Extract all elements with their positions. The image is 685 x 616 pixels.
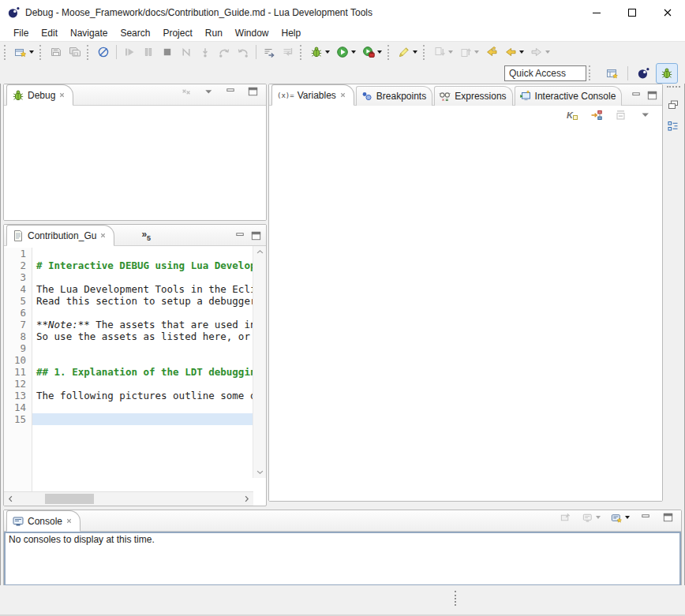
toolbar-drag-handle[interactable] xyxy=(87,45,91,60)
dropdown-arrow-icon[interactable] xyxy=(519,50,524,54)
toolbar-drag-handle[interactable] xyxy=(589,65,593,80)
line-number[interactable]: 5 xyxy=(4,295,32,307)
open-console-button[interactable] xyxy=(608,510,632,528)
run-button[interactable] xyxy=(334,42,358,62)
tab-variables[interactable]: (x)=Variables xyxy=(271,84,354,106)
scroll-right-icon[interactable] xyxy=(242,495,251,503)
line-number[interactable]: 11 xyxy=(4,366,32,378)
menu-help[interactable]: Help xyxy=(275,26,308,40)
restore-views-button[interactable] xyxy=(664,97,682,113)
quick-access-input[interactable]: Quick Access xyxy=(504,65,586,81)
line-number[interactable]: 6 xyxy=(4,307,32,319)
skip-all-breakpoints-button[interactable] xyxy=(95,42,112,62)
editor-line-text[interactable] xyxy=(32,271,253,283)
editor-line[interactable]: 12 xyxy=(4,378,253,390)
close-window-button[interactable] xyxy=(649,0,685,24)
outline-view-button[interactable] xyxy=(664,118,682,134)
view-menu-button[interactable] xyxy=(200,84,217,102)
toolbar-drag-handle[interactable] xyxy=(423,45,427,60)
editor-line[interactable]: 5Read this section to setup a debugger xyxy=(4,295,253,307)
sash-drag-handle[interactable] xyxy=(455,591,456,606)
editor-line[interactable]: 7**Note:** The assets that are used in xyxy=(4,319,253,330)
minimize-window-button[interactable] xyxy=(578,0,614,24)
editor-line-text[interactable] xyxy=(32,342,253,354)
editor-line-text[interactable]: **Note:** The assets that are used in xyxy=(32,319,253,330)
tab-debug[interactable]: Debug xyxy=(6,84,73,106)
line-number[interactable]: 2 xyxy=(4,259,32,271)
editor-line-text[interactable] xyxy=(32,354,253,366)
dropdown-arrow-icon[interactable] xyxy=(413,50,417,54)
minimize-view-button[interactable] xyxy=(234,230,246,242)
editor-line[interactable]: 13The following pictures outline some o xyxy=(4,390,253,401)
editor-line-text[interactable]: The following pictures outline some o xyxy=(32,390,253,401)
editor-text-area[interactable]: 12# Interactive DEBUG using Lua Develop3… xyxy=(4,246,253,491)
editor-line[interactable]: 10 xyxy=(4,354,253,366)
close-tab-icon[interactable] xyxy=(66,517,73,525)
editor-vertical-scrollbar[interactable] xyxy=(253,246,266,478)
maximize-view-button[interactable] xyxy=(250,230,262,242)
close-tab-icon[interactable] xyxy=(99,232,107,239)
toolbar-drag-handle[interactable] xyxy=(4,45,8,60)
line-number[interactable]: 7 xyxy=(4,319,32,330)
editor-line-text[interactable]: Read this section to setup a debugger xyxy=(32,295,253,307)
editor-line[interactable]: 14 xyxy=(4,401,253,413)
show-logical-structures-button[interactable] xyxy=(588,105,605,125)
line-number[interactable]: 15 xyxy=(4,413,32,425)
external-tools-button[interactable] xyxy=(360,42,384,62)
open-perspective-button[interactable] xyxy=(601,63,623,84)
editor-line-text[interactable]: # Interactive DEBUG using Lua Develop xyxy=(32,259,253,271)
use-step-filters-button[interactable] xyxy=(260,42,278,62)
last-edit-location-button[interactable] xyxy=(483,42,500,62)
menu-file[interactable]: File xyxy=(7,26,35,40)
editor-line[interactable]: 8So use the assets as listed here, or y xyxy=(4,330,253,342)
tab-console[interactable]: Console xyxy=(6,510,80,532)
debug-perspective-button[interactable] xyxy=(656,63,678,84)
menu-navigate[interactable]: Navigate xyxy=(64,26,114,40)
scroll-up-icon[interactable] xyxy=(256,248,264,256)
dropdown-arrow-icon[interactable] xyxy=(377,50,382,54)
editor-line-text[interactable] xyxy=(32,307,253,319)
editor-line[interactable]: 1 xyxy=(4,248,253,259)
tab-contribution-guide[interactable]: Contribution_Gu xyxy=(6,225,114,246)
dropdown-arrow-icon[interactable] xyxy=(325,50,330,54)
editor-line[interactable]: 4The Lua Development Tools in the Ecli xyxy=(4,283,253,295)
menu-window[interactable]: Window xyxy=(229,26,275,40)
line-number[interactable]: 10 xyxy=(4,354,32,366)
scroll-down-icon[interactable] xyxy=(256,468,264,476)
tab-breakpoints[interactable]: Breakpoints xyxy=(356,86,432,106)
toolbar-drag-handle[interactable] xyxy=(387,45,391,60)
menu-run[interactable]: Run xyxy=(199,26,229,40)
dropdown-arrow-icon[interactable] xyxy=(29,50,34,54)
editor-line-text[interactable] xyxy=(32,401,253,413)
editor-empty-area[interactable] xyxy=(4,425,253,491)
maximize-view-button[interactable] xyxy=(646,90,658,102)
dropdown-arrow-icon[interactable] xyxy=(625,516,630,519)
menu-edit[interactable]: Edit xyxy=(35,26,64,40)
editor-line-text[interactable]: ## 1. Explanation of the LDT debuggin xyxy=(32,366,253,378)
editor-line-text[interactable]: The Lua Development Tools in the Ecli xyxy=(32,283,253,295)
close-tab-icon[interactable] xyxy=(58,91,66,99)
lua-perspective-button[interactable] xyxy=(632,63,654,84)
close-tab-icon[interactable] xyxy=(339,91,346,99)
toolbar-drag-handle[interactable] xyxy=(300,45,304,60)
view-menu-button[interactable] xyxy=(637,105,654,125)
editor-line[interactable]: 3 xyxy=(4,271,253,283)
tab-expressions[interactable]: Expressions xyxy=(434,86,512,106)
line-number[interactable]: 4 xyxy=(4,283,32,295)
menu-project[interactable]: Project xyxy=(156,26,198,40)
editor-line-text[interactable]: So use the assets as listed here, or y xyxy=(32,330,253,342)
editor-line[interactable]: 6 xyxy=(4,307,253,319)
editor-body[interactable]: 12# Interactive DEBUG using Lua Develop3… xyxy=(4,246,266,506)
editor-line[interactable]: 2# Interactive DEBUG using Lua Develop xyxy=(4,259,253,271)
maximize-button[interactable] xyxy=(660,510,676,528)
hidden-editors-chevron[interactable]: »5 xyxy=(141,229,151,245)
minimize-button[interactable] xyxy=(638,510,654,528)
editor-line[interactable]: 11## 1. Explanation of the LDT debuggin xyxy=(4,366,253,378)
tab-interactive-console[interactable]: Interactive Console xyxy=(515,86,623,106)
scrollbar-thumb[interactable] xyxy=(45,494,94,504)
line-number[interactable]: 12 xyxy=(4,378,32,390)
viewbar-drag-handle[interactable] xyxy=(667,86,680,89)
line-number[interactable]: 14 xyxy=(4,401,32,413)
maximize-window-button[interactable] xyxy=(614,0,649,24)
editor-line-text[interactable] xyxy=(32,413,253,425)
